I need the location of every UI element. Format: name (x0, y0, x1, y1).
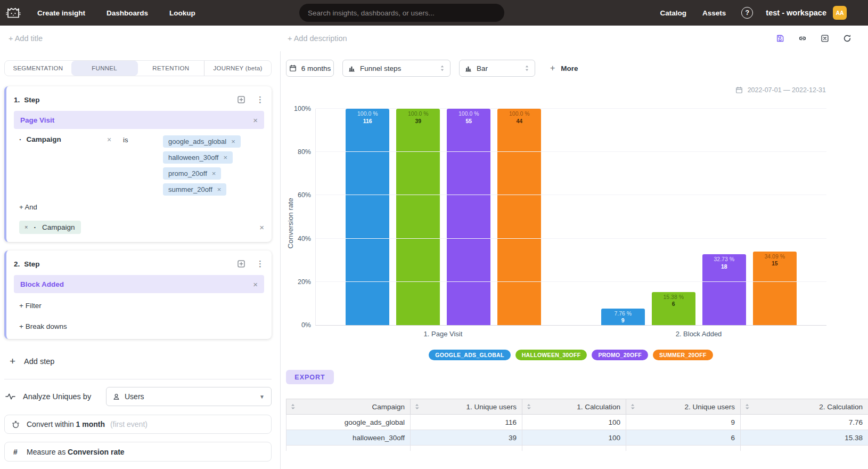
add-breakdown-button[interactable]: + Break downs (14, 322, 264, 330)
legend-pill-summer-20off[interactable]: SUMMER_20OFF (653, 350, 713, 360)
measure-as-setting[interactable]: # Measure as Conversion rate (4, 442, 272, 462)
sort-icon[interactable] (415, 403, 419, 410)
y-axis-label: Conversion rate (286, 198, 294, 248)
more-options-button[interactable]: + More (550, 64, 578, 72)
global-search-input[interactable] (299, 4, 504, 22)
add-step-button[interactable]: + Add step (4, 356, 272, 366)
bar-value-label: 100.0 %55 (447, 110, 490, 125)
legend-pill-halloween-30off[interactable]: HALLOWEEN_30OFF (515, 350, 587, 360)
step-1-header: 1. Step ⋮ (14, 91, 264, 109)
filter-operator[interactable]: is (123, 135, 163, 144)
chart-type-select[interactable]: Bar (459, 60, 535, 77)
calendar-icon (289, 64, 297, 72)
bar-summer-20off-2-block-added[interactable]: 34.09 %15 (753, 252, 797, 325)
remove-filter-icon[interactable]: × (107, 135, 123, 144)
nav-assets[interactable]: Assets (694, 9, 734, 17)
column-header-1-calculation[interactable]: 1. Calculation (522, 399, 626, 415)
table-row-halloween-30off: halloween_30off39100615.38 (286, 430, 868, 446)
sort-icon[interactable] (291, 403, 295, 410)
sort-icon[interactable] (630, 403, 635, 410)
bar-halloween-30off-1-page-visit[interactable]: 100.0 %39 (396, 109, 440, 325)
filter-value-chip-summer-20off[interactable]: summer_20off× (163, 183, 226, 196)
clear-breakdown-icon[interactable]: × (259, 223, 264, 231)
filter-value-chip-google-ads-global[interactable]: google_ads_global× (163, 135, 241, 148)
up-down-chevrons-icon (440, 64, 445, 72)
column-header-label: Campaign (372, 403, 405, 411)
active-date-range: 2022-07-01 — 2022-12-31 (286, 86, 868, 94)
remove-event-icon[interactable]: × (253, 280, 258, 288)
filter-property[interactable]: · Campaign (19, 135, 107, 143)
remove-value-icon[interactable]: × (217, 185, 222, 193)
remove-event-icon[interactable]: × (253, 116, 258, 124)
filter-value-chip-promo-20off[interactable]: promo_20off× (163, 167, 221, 180)
nav-catalog[interactable]: Catalog (652, 9, 695, 17)
filter-value-chip-halloween-30off[interactable]: halloween_30off× (163, 151, 233, 164)
column-header-2-calculation[interactable]: 2. Calculation (741, 399, 868, 415)
subject-select[interactable]: Users ▼ (106, 387, 272, 406)
column-header-campaign[interactable]: Campaign (286, 399, 411, 415)
analyze-uniques-label: Analyze Uniques by (23, 392, 91, 401)
add-description-button[interactable]: + Add description (288, 34, 347, 43)
export-button[interactable]: EXPORT (286, 370, 334, 384)
view-mode-select[interactable]: Funnel steps (342, 60, 451, 77)
table-cell: 15.38 (741, 430, 868, 446)
nav-lookup[interactable]: Lookup (159, 9, 206, 17)
table-cell: google_ads_global (286, 415, 411, 430)
sort-icon[interactable] (745, 403, 749, 410)
bar-value-label: 100.0 %39 (396, 110, 440, 125)
bar-google-ads-global-1-page-visit[interactable]: 100.0 %116 (346, 109, 389, 325)
remove-value-icon[interactable]: × (223, 153, 227, 161)
step-menu-icon[interactable]: ⋮ (256, 95, 264, 104)
step-1-event-row[interactable]: Page Visit × (14, 111, 264, 129)
bar-promo-20off-2-block-added[interactable]: 32.73 %18 (702, 254, 746, 325)
add-filter-button[interactable]: + Filter (14, 302, 264, 310)
user-avatar[interactable]: AA (833, 6, 847, 20)
x-axis-label-2-block-added: 2. Block Added (600, 330, 798, 338)
tab-funnel[interactable]: FUNNEL (71, 61, 138, 76)
bar-percent: 100.0 % (357, 110, 378, 117)
bar-value-label: 100.0 %44 (497, 110, 541, 125)
bar-count: 9 (601, 317, 645, 325)
duplicate-step-icon[interactable] (237, 260, 245, 268)
bar-summer-20off-1-page-visit[interactable]: 100.0 %44 (497, 109, 541, 325)
event-name[interactable]: Block Added (20, 280, 64, 288)
column-header-1-unique-users[interactable]: 1. Unique users (411, 399, 522, 415)
remove-value-icon[interactable]: × (231, 138, 235, 145)
nav-dashboards[interactable]: Dashboards (96, 9, 159, 17)
tab-journey-beta[interactable]: JOURNEY (beta) (204, 61, 271, 76)
refresh-icon[interactable] (842, 34, 852, 43)
convert-within-setting[interactable]: Convert within 1 month (first event) (4, 415, 272, 434)
copy-link-icon[interactable] (798, 34, 807, 43)
results-table: Campaign1. Unique users1. Calculation2. … (286, 399, 868, 451)
bar-count: 116 (346, 118, 389, 125)
breakdown-chip[interactable]: × · Campaign (19, 221, 81, 234)
help-icon[interactable]: ? (741, 7, 753, 19)
legend-pill-promo-20off[interactable]: PROMO_20OFF (592, 350, 648, 360)
bar-halloween-30off-2-block-added[interactable]: 15.38 %6 (652, 292, 695, 325)
remove-value-icon[interactable]: × (212, 169, 216, 177)
table-cell (286, 446, 411, 451)
sort-icon[interactable] (527, 403, 531, 410)
workspace-name[interactable]: test - workspace (766, 9, 826, 17)
nav-create-insight[interactable]: Create insight (27, 9, 96, 17)
save-icon[interactable] (775, 34, 785, 43)
primary-nav: Create insight Dashboards Lookup (27, 9, 206, 17)
close-box-icon[interactable] (820, 34, 830, 43)
tab-segmentation[interactable]: SEGMENTATION (5, 61, 71, 76)
step-number: 2. (14, 260, 20, 268)
step-menu-icon[interactable]: ⋮ (256, 259, 264, 269)
table-cell: 100 (522, 415, 626, 430)
duplicate-step-icon[interactable] (237, 95, 245, 104)
add-and-condition-button[interactable]: + And (14, 203, 264, 211)
event-name[interactable]: Page Visit (20, 116, 54, 124)
add-title-button[interactable]: + Add title (9, 34, 43, 43)
app-logo-cat-icon[interactable] (5, 6, 21, 20)
bar-promo-20off-1-page-visit[interactable]: 100.0 %55 (447, 109, 490, 325)
step-2-event-row[interactable]: Block Added × (14, 275, 264, 293)
column-header-2-unique-users[interactable]: 2. Unique users (626, 399, 741, 415)
tab-retention[interactable]: RETENTION (138, 61, 204, 76)
date-range-button[interactable]: 6 months (286, 60, 334, 77)
remove-breakdown-icon[interactable]: × (24, 224, 28, 230)
legend-pill-google-ads-global[interactable]: GOOGLE_ADS_GLOBAL (429, 350, 510, 360)
bar-google-ads-global-2-block-added[interactable]: 7.76 %9 (601, 309, 645, 326)
